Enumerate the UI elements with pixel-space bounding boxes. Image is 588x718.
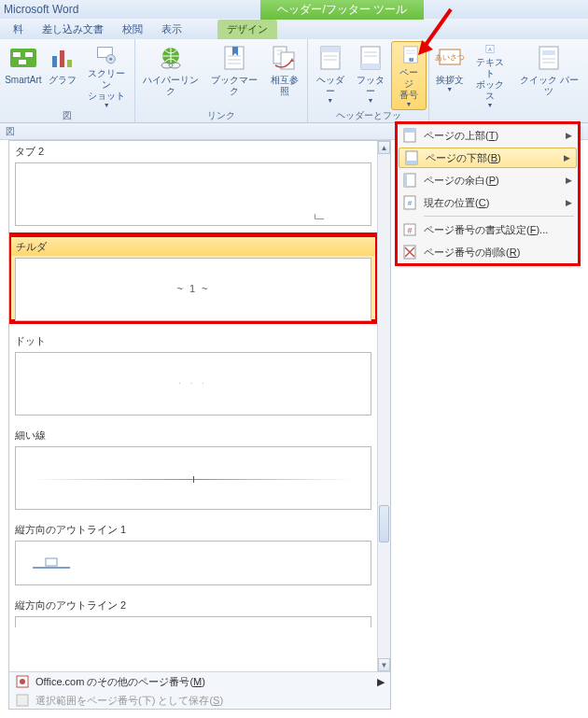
submenu-arrow-icon: ▶	[564, 153, 570, 162]
svg-rect-20	[321, 47, 340, 52]
page-bottom-icon	[403, 149, 420, 166]
format-icon: #	[401, 221, 418, 238]
gallery-scrollbar[interactable]: ▲ ▼	[377, 141, 390, 671]
gallery-preview	[15, 162, 371, 226]
menu-separator	[424, 216, 574, 217]
app-title: Microsoft Word	[4, 3, 78, 16]
scroll-down-button[interactable]: ▼	[378, 658, 390, 671]
svg-text:#: #	[407, 226, 412, 235]
page-number-button[interactable]: # ページ 番号 ▼	[391, 41, 427, 110]
screenshot-button[interactable]: スクリーン ショット ▼	[80, 41, 133, 110]
ribbon: SmartArt グラフ スクリーン ショット ▼ 図 ハイパーリンク ブックマ…	[0, 39, 588, 123]
ribbon-group-text: あいさつ 挨拶文 ▼ A テキスト ボックス ▼ クイック パーツ	[429, 39, 588, 122]
header-button[interactable]: ヘッダー ▼	[310, 41, 350, 110]
hyperlink-button[interactable]: ハイパーリンク	[137, 41, 204, 110]
svg-text:#: #	[410, 58, 412, 62]
tab-item[interactable]: 差し込み文書	[33, 20, 113, 39]
screenshot-icon	[91, 43, 121, 66]
contextual-tab-label: ヘッダー/フッター ツール	[260, 0, 424, 20]
dropdown-arrow-icon: ▼	[405, 101, 412, 107]
svg-rect-45	[406, 161, 417, 164]
svg-rect-59	[17, 695, 28, 706]
footer-button[interactable]: フッター ▼	[350, 41, 390, 110]
dropdown-arrow-icon: ▼	[446, 86, 453, 92]
svg-rect-4	[52, 56, 57, 67]
dropdown-arrow-icon: ▼	[487, 102, 494, 108]
menu-item-bottom[interactable]: ページの下部(B) ▶	[399, 148, 577, 168]
tab-item[interactable]: 校閲	[113, 20, 152, 39]
menu-item-margin[interactable]: ページの余白(P) ▶	[398, 169, 578, 191]
bookmark-button[interactable]: ブックマーク	[204, 41, 263, 110]
page-number-menu: ページの上部(T) ▶ ページの下部(B) ▶ ページの余白(P) ▶ # 現在…	[397, 123, 579, 264]
page-number-icon: #	[396, 44, 426, 65]
tab-design[interactable]: デザイン	[217, 20, 277, 39]
submenu-arrow-icon: ▶	[377, 676, 385, 688]
tab-item[interactable]: 表示	[152, 20, 191, 39]
crossref-icon	[270, 43, 300, 73]
svg-text:あいさつ: あいさつ	[435, 53, 465, 62]
bookmark-icon	[219, 43, 249, 73]
svg-rect-3	[19, 60, 26, 64]
svg-rect-5	[60, 50, 64, 67]
svg-rect-47	[404, 174, 407, 187]
tab-item[interactable]: 料	[4, 20, 33, 39]
menu-item-format[interactable]: # ページ番号の書式設定(F)...	[398, 218, 578, 241]
aisatsu-button[interactable]: あいさつ 挨拶文 ▼	[431, 41, 468, 110]
dropdown-arrow-icon: ▼	[104, 102, 110, 108]
smartart-button[interactable]: SmartArt	[2, 41, 45, 110]
svg-rect-2	[25, 52, 33, 57]
svg-point-58	[20, 679, 25, 684]
svg-text:A: A	[488, 47, 492, 52]
page-number-gallery: タブ 2 チルダ ~ 1 ~ ドット . . . 細い線 縦方向のアウトライン …	[8, 140, 391, 710]
gallery-item-dot[interactable]: ドット . . .	[9, 331, 377, 415]
menu-item-remove[interactable]: ページ番号の削除(R)	[398, 241, 578, 263]
dropdown-arrow-icon: ▼	[368, 97, 374, 104]
gallery-item-thinline[interactable]: 細い線	[9, 425, 377, 510]
ribbon-tabs: 料 差し込み文書 校閲 表示 デザイン	[0, 19, 588, 39]
gallery-footer-office[interactable]: Office.com のその他のページ番号(M) ▶	[9, 672, 390, 691]
svg-rect-56	[46, 558, 57, 566]
crossref-button[interactable]: 相互参照	[263, 41, 305, 110]
ribbon-group-links: ハイパーリンク ブックマーク 相互参照 リンク	[135, 39, 308, 122]
svg-point-9	[109, 58, 112, 61]
chart-icon	[49, 43, 78, 73]
svg-rect-37	[542, 50, 555, 55]
submenu-arrow-icon: ▶	[566, 131, 572, 140]
chart-button[interactable]: グラフ	[45, 41, 81, 110]
menu-item-top[interactable]: ページの上部(T) ▶	[398, 124, 578, 147]
svg-rect-43	[404, 129, 415, 133]
title-bar: Microsoft Word ヘッダー/フッター ツール	[0, 0, 588, 19]
quickparts-button[interactable]: クイック パーツ	[512, 41, 586, 110]
scroll-thumb[interactable]	[379, 505, 389, 542]
footer-icon	[356, 43, 385, 73]
svg-rect-1	[13, 52, 21, 57]
page-top-icon	[401, 127, 418, 144]
svg-rect-6	[67, 60, 72, 67]
current-position-icon: #	[401, 194, 418, 211]
svg-rect-36	[539, 47, 558, 69]
gallery-footer: Office.com のその他のページ番号(M) ▶ 選択範囲をページ番号(下)…	[9, 671, 390, 709]
textbox-icon: A	[475, 43, 505, 55]
page-margin-icon	[401, 172, 418, 189]
textbox-button[interactable]: A テキスト ボックス ▼	[468, 41, 511, 110]
menu-item-current[interactable]: # 現在の位置(C) ▶	[398, 191, 578, 214]
scroll-up-button[interactable]: ▲	[378, 141, 390, 154]
smartart-icon	[8, 43, 38, 73]
gallery-item-tab2[interactable]: タブ 2	[9, 141, 377, 226]
gallery-preview	[15, 616, 371, 627]
gallery-preview	[15, 446, 371, 510]
submenu-arrow-icon: ▶	[566, 176, 572, 185]
gallery-item-voutline2[interactable]: 縦方向のアウトライン 2	[9, 595, 377, 627]
gallery-item-voutline1[interactable]: 縦方向のアウトライン 1	[9, 519, 377, 585]
aisatsu-icon: あいさつ	[435, 43, 465, 73]
gallery-footer-save: 選択範囲をページ番号(下) として保存(S)	[9, 691, 390, 710]
gallery-preview: . . .	[15, 352, 371, 415]
gallery-item-tilde[interactable]: チルダ ~ 1 ~	[9, 235, 377, 321]
office-icon	[15, 674, 30, 689]
gallery-preview	[15, 541, 371, 585]
remove-icon	[401, 244, 418, 260]
submenu-arrow-icon: ▶	[566, 198, 572, 207]
gallery-preview: ~ 1 ~	[15, 258, 371, 321]
header-icon	[315, 43, 345, 73]
svg-rect-24	[361, 63, 380, 69]
